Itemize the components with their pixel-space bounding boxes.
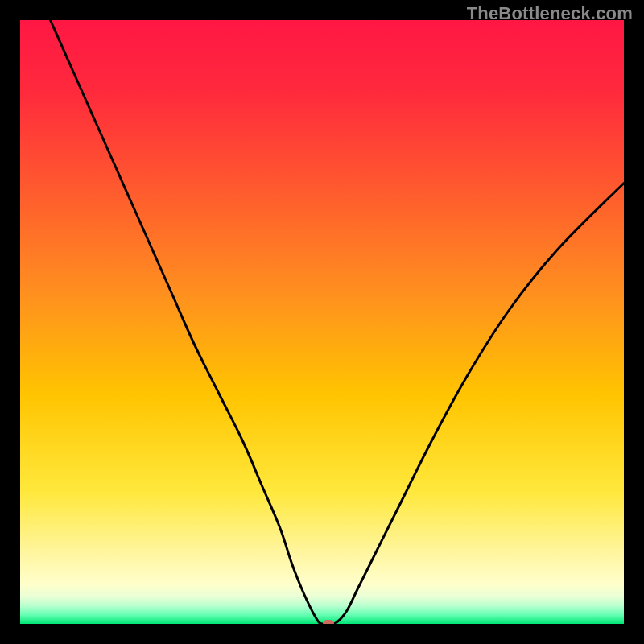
bottleneck-curve: [20, 20, 624, 624]
optimal-point-marker: [323, 620, 334, 624]
chart-frame: TheBottleneck.com: [0, 0, 644, 644]
watermark-text: TheBottleneck.com: [467, 3, 633, 24]
plot-area: [20, 20, 624, 624]
